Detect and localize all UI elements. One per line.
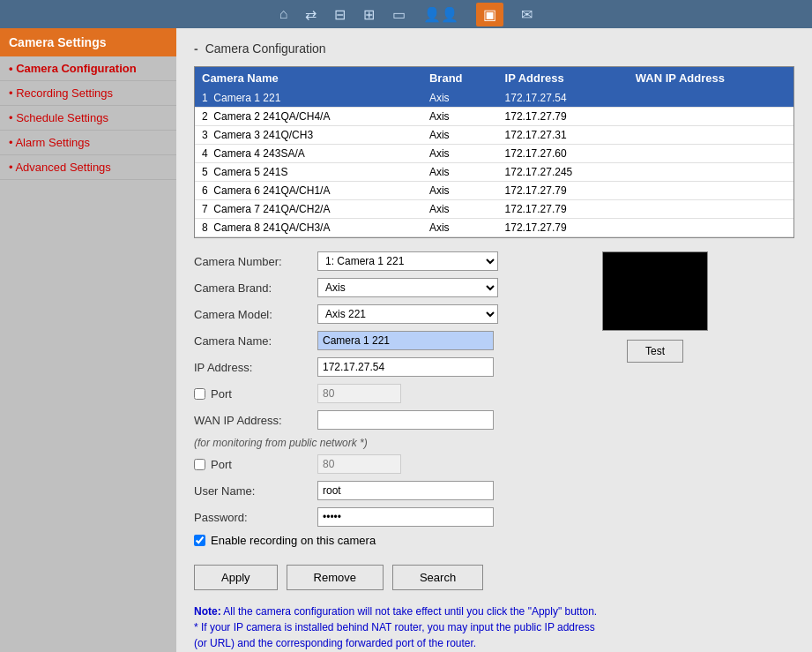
col-header-brand: Brand — [422, 67, 498, 89]
note-line3: (or URL) and the corresponding forwarded… — [194, 637, 476, 649]
camera-model-label: Camera Model: — [194, 308, 317, 321]
password-label: Password: — [194, 511, 317, 524]
camera-ip-cell: 172.17.27.79 — [498, 182, 629, 200]
enable-recording-label: Enable recording on this camera — [211, 534, 376, 547]
wan-port-input[interactable] — [317, 454, 401, 474]
username-label: User Name: — [194, 484, 317, 498]
note-line1: All the camera configuration will not ta… — [223, 605, 597, 618]
camera-table: Camera Name Brand IP Address WAN IP Addr… — [195, 67, 793, 237]
search-button[interactable]: Search — [392, 565, 483, 590]
camera-brand-select[interactable]: Axis — [317, 278, 498, 297]
note-section: Note: All the camera configuration will … — [194, 603, 794, 651]
sidebar-item-schedule[interactable]: • Schedule Settings — [0, 106, 176, 131]
sidebar-title: Camera Settings — [0, 28, 176, 56]
camera-ip-cell: 172.17.27.79 — [498, 219, 629, 237]
camera-settings-icon[interactable]: ⊟ — [334, 6, 346, 23]
note-bold: Note: — [194, 605, 221, 618]
password-row: Password: — [194, 507, 498, 527]
camera-brand-label: Camera Brand: — [194, 281, 317, 295]
port-input[interactable] — [317, 384, 401, 403]
enable-recording-checkbox[interactable] — [194, 535, 205, 546]
monitor-icon[interactable]: ▣ — [476, 3, 503, 26]
camera-name-label: Camera Name: — [194, 334, 317, 348]
camera-name-row: Camera Name: — [194, 331, 498, 350]
password-input[interactable] — [317, 507, 494, 527]
wan-ip-label: WAN IP Address: — [194, 414, 317, 427]
section-title: Camera Configuration — [205, 41, 326, 56]
home-icon[interactable]: ⌂ — [279, 6, 288, 22]
camera-wan-cell — [629, 200, 793, 219]
camera-table-wrapper: Camera Name Brand IP Address WAN IP Addr… — [194, 66, 794, 238]
sidebar-item-alarm[interactable]: • Alarm Settings — [0, 131, 176, 155]
apply-button[interactable]: Apply — [194, 565, 278, 590]
ip-address-input[interactable] — [317, 357, 494, 377]
ip-address-row: IP Address: — [194, 357, 498, 377]
camera-brand-cell: Axis — [422, 219, 498, 237]
camera-brand-cell: Axis — [422, 182, 498, 200]
top-navigation: ⌂ ⇄ ⊟ ⊞ ▭ 👤👤 ▣ ✉ — [0, 0, 812, 28]
port-checkbox[interactable] — [194, 388, 205, 400]
form-area: Camera Number: 1: Camera 1 221 Camera Br… — [194, 251, 794, 554]
col-header-ip: IP Address — [498, 67, 629, 89]
users-icon[interactable]: 👤👤 — [423, 6, 458, 23]
camera-brand-cell: Axis — [422, 126, 498, 145]
camera-model-row: Camera Model: Axis 221 — [194, 304, 498, 324]
camera-name-cell: 7 Camera 7 241QA/CH2/A — [195, 200, 422, 219]
table-row[interactable]: 3 Camera 3 241Q/CH3 Axis 172.17.27.31 — [195, 126, 793, 145]
camera-ip-cell: 172.17.27.54 — [498, 89, 629, 108]
username-input[interactable] — [317, 481, 494, 500]
wan-ip-input[interactable] — [317, 410, 494, 430]
sidebar-item-advanced[interactable]: • Advanced Settings — [0, 155, 176, 180]
port-label: Port — [211, 387, 232, 401]
wan-ip-row: WAN IP Address: — [194, 410, 498, 430]
test-button[interactable]: Test — [627, 340, 683, 363]
camera-ip-cell: 172.17.27.31 — [498, 126, 629, 145]
table-row[interactable]: 4 Camera 4 243SA/A Axis 172.17.27.60 — [195, 145, 793, 163]
table-row[interactable]: 1 Camera 1 221 Axis 172.17.27.54 — [195, 89, 793, 108]
camera-name-cell: 2 Camera 2 241QA/CH4/A — [195, 108, 422, 126]
camera-brand-cell: Axis — [422, 200, 498, 219]
camera-model-select[interactable]: Axis 221 — [317, 304, 498, 324]
table-row[interactable]: 5 Camera 5 241S Axis 172.17.27.245 — [195, 163, 793, 182]
col-header-name: Camera Name — [195, 67, 422, 89]
table-row[interactable]: 2 Camera 2 241QA/CH4/A Axis 172.17.27.79 — [195, 108, 793, 126]
camera-name-input[interactable] — [317, 331, 494, 350]
network-icon[interactable]: ⇄ — [305, 6, 317, 23]
table-row[interactable]: 6 Camera 6 241QA/CH1/A Axis 172.17.27.79 — [195, 182, 793, 200]
camera-name-cell: 5 Camera 5 241S — [195, 163, 422, 182]
camera-number-label: Camera Number: — [194, 255, 317, 268]
camera-wan-cell — [629, 163, 793, 182]
display-icon[interactable]: ▭ — [392, 6, 406, 23]
camera-wan-cell — [629, 89, 793, 108]
col-header-wan: WAN IP Address — [629, 67, 793, 89]
wan-port-row: Port — [194, 454, 498, 474]
wan-port-checkbox[interactable] — [194, 459, 205, 470]
camera-name-cell: 1 Camera 1 221 — [195, 89, 422, 108]
camera-name-cell: 3 Camera 3 241Q/CH3 — [195, 126, 422, 145]
camera-name-cell: 4 Camera 4 243SA/A — [195, 145, 422, 163]
sidebar-item-recording[interactable]: • Recording Settings — [0, 81, 176, 106]
camera-ip-cell: 172.17.27.245 — [498, 163, 629, 182]
username-row: User Name: — [194, 481, 498, 500]
camera-brand-cell: Axis — [422, 163, 498, 182]
grid-icon[interactable]: ⊞ — [363, 6, 375, 23]
camera-preview — [602, 251, 708, 331]
remove-button[interactable]: Remove — [287, 565, 384, 590]
sidebar: Camera Settings • Camera Configuration •… — [0, 28, 176, 652]
section-dash: - — [194, 41, 198, 56]
note-line2: * If your IP camera is installed behind … — [194, 621, 595, 633]
camera-number-select[interactable]: 1: Camera 1 221 — [317, 251, 498, 271]
camera-ip-cell: 172.17.27.60 — [498, 145, 629, 163]
content-area: - Camera Configuration Camera Name Brand… — [176, 28, 812, 652]
camera-wan-cell — [629, 145, 793, 163]
table-row[interactable]: 8 Camera 8 241QA/CH3/A Axis 172.17.27.79 — [195, 219, 793, 237]
wan-note: (for monitoring from public network *) — [194, 437, 498, 449]
camera-wan-cell — [629, 126, 793, 145]
camera-name-cell: 6 Camera 6 241QA/CH1/A — [195, 182, 422, 200]
enable-recording-row: Enable recording on this camera — [194, 534, 498, 547]
sidebar-item-camera-config[interactable]: • Camera Configuration — [0, 56, 176, 81]
email-icon[interactable]: ✉ — [521, 6, 533, 23]
table-row[interactable]: 7 Camera 7 241QA/CH2/A Axis 172.17.27.79 — [195, 200, 793, 219]
camera-wan-cell — [629, 182, 793, 200]
wan-port-label: Port — [211, 458, 232, 471]
